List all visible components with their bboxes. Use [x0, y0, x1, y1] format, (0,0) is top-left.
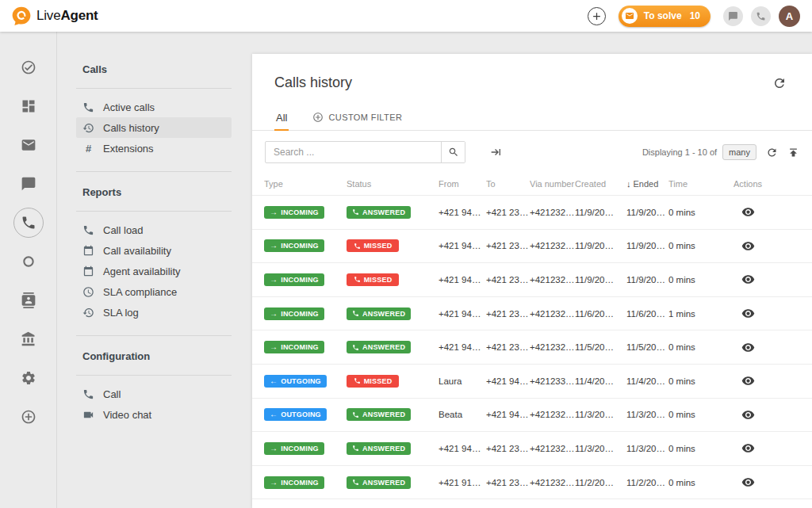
- column-header-label: Via number: [530, 179, 574, 189]
- sidebar-item-call-availability[interactable]: Call availability: [76, 240, 232, 261]
- status-cell: ANSWERED: [347, 206, 439, 219]
- type-cell: →INCOMING: [264, 307, 347, 320]
- speech-bubble-icon: [11, 6, 32, 26]
- via-number-cell: +421232…: [530, 208, 575, 217]
- view-call-button[interactable]: [741, 441, 755, 455]
- table-row[interactable]: →INCOMINGMISSED+421 94…+421 23…+421232…1…: [252, 230, 812, 264]
- ended-cell: 11/9/20…: [626, 275, 668, 285]
- brand-live: Live: [36, 8, 60, 23]
- to-solve-button[interactable]: To solve 10: [619, 6, 710, 27]
- column-header-type[interactable]: Type: [264, 179, 347, 189]
- avatar[interactable]: A: [779, 6, 800, 27]
- table-row[interactable]: →INCOMINGANSWERED+421 94…+421 23…+421232…: [252, 196, 812, 230]
- via-number-cell: +421233…: [530, 376, 575, 386]
- status-cell: MISSED: [347, 375, 439, 388]
- table-row[interactable]: ←OUTGOINGANSWEREDBeata+421 94…+421232…11…: [252, 399, 812, 433]
- rail-item-chat[interactable]: [13, 169, 44, 199]
- tab-all[interactable]: All: [274, 105, 289, 130]
- view-call-button[interactable]: [741, 307, 755, 320]
- rail-item-mail[interactable]: [13, 130, 44, 160]
- sidebar-item-active-calls[interactable]: Active calls: [76, 97, 232, 117]
- sidebar-item-sla-log[interactable]: SLA log: [76, 302, 232, 323]
- type-badge-label: INCOMING: [281, 479, 319, 487]
- status-badge-answered: ANSWERED: [347, 307, 411, 320]
- page-size-selector[interactable]: many: [722, 144, 756, 160]
- refresh-list-button[interactable]: [766, 147, 778, 159]
- actions-cell: [733, 408, 812, 422]
- view-call-button[interactable]: [741, 408, 755, 422]
- table-row[interactable]: ←OUTGOINGMISSEDLaura+421 94…+421233…11/4…: [252, 365, 812, 399]
- view-call-button[interactable]: [741, 476, 755, 489]
- column-header-actions[interactable]: Actions: [733, 179, 812, 189]
- view-call-button[interactable]: [741, 205, 755, 219]
- view-call-button[interactable]: [741, 273, 755, 286]
- view-call-button[interactable]: [741, 239, 755, 253]
- status-badge-answered: ANSWERED: [347, 442, 411, 455]
- sidebar-item-agent-availability[interactable]: Agent availability: [76, 261, 232, 281]
- sidebar-item-call-load[interactable]: Call load: [76, 220, 232, 240]
- sidebar-item-video-chat[interactable]: Video chat: [76, 404, 232, 425]
- chats-button[interactable]: [723, 6, 743, 26]
- status-badge-label: ANSWERED: [362, 411, 405, 418]
- calls-button[interactable]: [751, 6, 771, 26]
- create-button[interactable]: [588, 7, 606, 25]
- export-button[interactable]: [787, 147, 799, 159]
- table-row[interactable]: →INCOMINGANSWERED+421 94…+421 23…+421232…: [252, 432, 812, 466]
- column-header-time[interactable]: Time: [668, 179, 733, 189]
- column-header-label: To: [486, 179, 496, 189]
- search-button[interactable]: [441, 142, 465, 162]
- column-header-from[interactable]: From: [439, 179, 486, 189]
- status-badge-label: ANSWERED: [362, 445, 405, 453]
- rail-item-gear[interactable]: [13, 363, 44, 393]
- sidebar-item-label: SLA compliance: [103, 286, 177, 298]
- time-cell: 0 mins: [668, 241, 733, 250]
- column-header-created[interactable]: Created: [575, 179, 626, 189]
- sidebar-item-extensions[interactable]: #Extensions: [76, 138, 232, 159]
- sidebar-item-sla-compliance[interactable]: SLA compliance: [76, 281, 232, 302]
- created-cell: 11/5/20…: [575, 342, 626, 352]
- table-row[interactable]: →INCOMINGANSWERED+421 91…+421 23…+421232…: [252, 466, 812, 500]
- column-header-to[interactable]: To: [486, 179, 530, 189]
- tab-label: All: [276, 112, 287, 124]
- refresh-icon: [772, 76, 787, 90]
- eye-icon: [741, 341, 755, 354]
- sidebar-section-title: Configuration: [75, 344, 252, 375]
- column-header-ended[interactable]: ↓Ended: [626, 179, 668, 189]
- forward-to-button[interactable]: [489, 146, 502, 159]
- search-input[interactable]: [266, 142, 441, 162]
- rail-item-check-circle[interactable]: [13, 52, 44, 82]
- type-cell: →INCOMING: [264, 273, 347, 286]
- column-header-label: Type: [264, 179, 283, 189]
- refresh-page-button[interactable]: [772, 76, 787, 90]
- displaying-text: Displaying 1 - 10 of: [642, 147, 717, 157]
- rail-item-plus-circle[interactable]: [13, 402, 44, 432]
- table-row[interactable]: →INCOMINGANSWERED+421 94…+421 23…+421232…: [252, 297, 812, 331]
- column-header-via-number[interactable]: Via number: [530, 179, 575, 189]
- table-row[interactable]: →INCOMINGMISSED+421 94…+421 23…+421232…1…: [252, 263, 812, 297]
- missed-call-icon: [354, 276, 361, 283]
- time-cell: 0 mins: [668, 342, 733, 352]
- sidebar-item-calls-history[interactable]: Calls history: [76, 117, 232, 138]
- to-solve-label: To solve: [644, 10, 682, 21]
- view-call-button[interactable]: [741, 374, 755, 388]
- view-call-button[interactable]: [741, 341, 755, 354]
- rail-item-ring[interactable]: [13, 246, 44, 277]
- sidebar-item-call[interactable]: Call: [76, 384, 232, 404]
- rail-item-phone[interactable]: [13, 208, 44, 238]
- sidebar-item-label: SLA log: [103, 307, 139, 319]
- status-badge-label: ANSWERED: [362, 208, 405, 216]
- brand-agent: Agent: [60, 8, 98, 23]
- chat-icon: [21, 176, 36, 192]
- rail-item-contacts[interactable]: [13, 285, 44, 315]
- tab-custom-filter[interactable]: CUSTOM FILTER: [311, 105, 404, 130]
- sidebar: CallsActive callsCalls history#Extension…: [57, 32, 252, 508]
- status-cell: ANSWERED: [347, 442, 439, 455]
- via-number-cell: +421232…: [530, 241, 575, 250]
- rail-item-bank[interactable]: [13, 324, 44, 354]
- sort-desc-icon: ↓: [626, 179, 631, 189]
- column-header-status[interactable]: Status: [347, 179, 439, 189]
- table-row[interactable]: →INCOMINGANSWERED+421 94…+421 23…+421232…: [252, 330, 812, 365]
- rail-item-grid[interactable]: [13, 91, 44, 121]
- plus-icon: [591, 10, 603, 22]
- status-badge-label: ANSWERED: [362, 343, 405, 351]
